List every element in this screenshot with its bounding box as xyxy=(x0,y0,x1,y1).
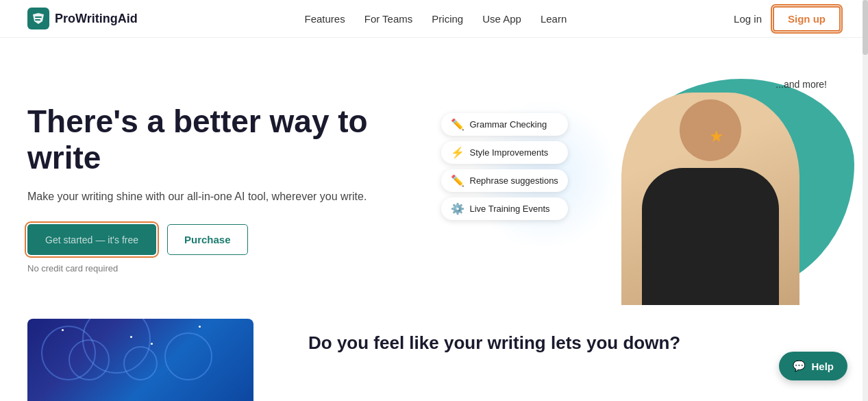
feature-pill-rephrase: ✏️ Rephrase suggestions xyxy=(441,169,568,192)
signup-button[interactable]: Sign up xyxy=(773,6,841,32)
rephrase-icon: ✏️ xyxy=(451,174,464,187)
nav-use-app[interactable]: Use App xyxy=(482,13,521,25)
star-dot-4 xyxy=(151,343,153,345)
nav-pricing[interactable]: Pricing xyxy=(432,13,463,25)
gold-star-icon: ★ xyxy=(709,127,724,146)
nav-actions: Log in Sign up xyxy=(734,6,841,32)
navbar: ProWritingAid Features For Teams Pricing… xyxy=(0,0,868,38)
training-label: Live Training Events xyxy=(470,204,550,214)
get-started-suffix: — it's free xyxy=(95,234,138,245)
style-label: Style Improvements xyxy=(470,147,549,158)
star-dot-2 xyxy=(130,336,132,338)
person-image xyxy=(621,93,799,305)
hero-left: There's a better way to write Make your … xyxy=(27,104,434,274)
hero-buttons: Get started — it's free Purchase xyxy=(27,224,407,255)
feature-pill-style: ⚡ Style Improvements xyxy=(441,141,568,164)
nav-learn[interactable]: Learn xyxy=(541,13,567,25)
help-label: Help xyxy=(811,361,834,372)
login-link[interactable]: Log in xyxy=(734,13,762,25)
logo-text: ProWritingAid xyxy=(55,12,138,26)
swirl-5 xyxy=(164,332,212,380)
feature-pills: ✏️ Grammar Checking ⚡ Style Improvements… xyxy=(441,113,568,220)
person-body xyxy=(642,168,779,305)
hero-right: ...and more! ★ ✏️ Grammar Checking ⚡ Sty… xyxy=(434,72,841,305)
and-more-label: ...and more! xyxy=(776,79,827,90)
get-started-label: Get started xyxy=(45,234,92,245)
hero-title: There's a better way to write xyxy=(27,104,407,176)
no-credit-text: No credit card required xyxy=(27,263,407,274)
help-button[interactable]: 💬 Help xyxy=(779,352,847,380)
swirl-4 xyxy=(123,346,158,380)
star-dot-3 xyxy=(199,326,201,328)
nav-for-teams[interactable]: For Teams xyxy=(364,13,413,25)
logo-icon xyxy=(27,8,49,29)
logo-area[interactable]: ProWritingAid xyxy=(27,8,138,29)
writing-question-text: Do you feel like your writing lets you d… xyxy=(308,332,680,354)
rephrase-label: Rephrase suggestions xyxy=(470,175,558,186)
style-icon: ⚡ xyxy=(451,146,464,159)
nav-features[interactable]: Features xyxy=(305,13,345,25)
writing-question-area: Do you feel like your writing lets you d… xyxy=(308,319,680,354)
feature-pill-training: ⚙️ Live Training Events xyxy=(441,197,568,220)
help-chat-icon: 💬 xyxy=(793,360,806,372)
grammar-label: Grammar Checking xyxy=(470,119,547,130)
feature-pill-grammar: ✏️ Grammar Checking xyxy=(441,113,568,136)
training-icon: ⚙️ xyxy=(451,202,464,215)
purchase-button[interactable]: Purchase xyxy=(167,224,248,255)
nav-links: Features For Teams Pricing Use App Learn xyxy=(305,13,567,25)
bottom-section: Do you feel like your writing lets you d… xyxy=(0,319,868,401)
star-dot-1 xyxy=(62,329,64,331)
get-started-button[interactable]: Get started — it's free xyxy=(27,224,156,255)
starry-overlay xyxy=(27,319,253,401)
hero-section: There's a better way to write Make your … xyxy=(0,38,868,319)
starry-night-image xyxy=(27,319,253,401)
hero-subtitle: Make your writing shine with our all-in-… xyxy=(27,189,407,205)
grammar-icon: ✏️ xyxy=(451,118,464,131)
